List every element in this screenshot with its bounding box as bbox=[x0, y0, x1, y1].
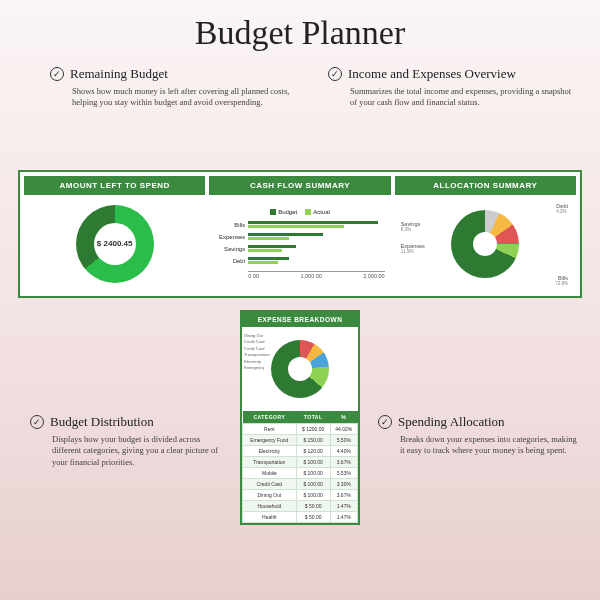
feature-distribution: ✓ Budget Distribution Displays how your … bbox=[30, 414, 230, 468]
donut-chart-icon bbox=[271, 340, 329, 398]
panel-title: AMOUNT LEFT TO SPEND bbox=[24, 176, 205, 195]
bar-row: Debt bbox=[215, 257, 384, 265]
feature-desc: Breaks down your expenses into categorie… bbox=[400, 434, 578, 457]
x-axis: 0.00 1,000.00 2,000.00 bbox=[248, 271, 384, 279]
amount-left-value: $ 2400.45 bbox=[97, 239, 133, 248]
dashboard-row: AMOUNT LEFT TO SPEND $ 2400.45 CASH FLOW… bbox=[18, 170, 582, 298]
donut-legend: Dining Out Credit Card Credit Card Trans… bbox=[244, 333, 270, 371]
check-circle-icon: ✓ bbox=[50, 67, 64, 81]
feature-heading: Remaining Budget bbox=[70, 66, 168, 82]
pie-label-debt: Debt 4.2% bbox=[556, 203, 568, 214]
bar-row: Bills bbox=[215, 221, 384, 229]
table-row: Transportation$ 100.003.67% bbox=[243, 457, 358, 468]
table-row: Credit Card$ 100.003.30% bbox=[243, 479, 358, 490]
feature-overview: ✓ Income and Expenses Overview Summarize… bbox=[328, 66, 578, 109]
col-category: CATEGORY bbox=[243, 411, 297, 424]
panel-amount-left: AMOUNT LEFT TO SPEND $ 2400.45 bbox=[24, 176, 205, 292]
legend: Budget Actual bbox=[215, 209, 384, 215]
feature-allocation: ✓ Spending Allocation Breaks down your e… bbox=[378, 414, 578, 457]
pie-label-expenses: Expenses 11.9% bbox=[401, 243, 425, 254]
panel-title: ALLOCATION SUMMARY bbox=[395, 176, 576, 195]
check-circle-icon: ✓ bbox=[30, 415, 44, 429]
col-total: TOTAL bbox=[296, 411, 330, 424]
bar-row: Expenses bbox=[215, 233, 384, 241]
table-row: Rent$ 1200.0044.02% bbox=[243, 424, 358, 435]
feature-heading: Budget Distribution bbox=[50, 414, 154, 430]
pie-label-savings: Savings 8.3% bbox=[401, 221, 421, 232]
pie-label-bills: Bills 72.8% bbox=[555, 275, 568, 286]
panel-allocation: ALLOCATION SUMMARY Debt 4.2% Savings 8.3… bbox=[395, 176, 576, 292]
page-title: Budget Planner bbox=[0, 0, 600, 62]
feature-desc: Displays how your budget is divided acro… bbox=[52, 434, 230, 468]
panel-cash-flow: CASH FLOW SUMMARY Budget Actual Bills Ex… bbox=[209, 176, 390, 292]
panel-title: CASH FLOW SUMMARY bbox=[209, 176, 390, 195]
table-row: Electricity$ 120.004.40% bbox=[243, 446, 358, 457]
expense-breakdown-card: EXPENSE BREAKDOWN Dining Out Credit Card… bbox=[240, 310, 360, 525]
breakdown-table: CATEGORY TOTAL % Rent$ 1200.0044.02%Emer… bbox=[242, 411, 358, 523]
bar-chart: Budget Actual Bills Expenses Savings Deb… bbox=[209, 205, 390, 283]
feature-desc: Summarizes the total income and expenses… bbox=[350, 86, 578, 109]
table-row: Health$ 50.001.47% bbox=[243, 512, 358, 523]
feature-desc: Shows how much money is left after cover… bbox=[72, 86, 300, 109]
feature-heading: Income and Expenses Overview bbox=[348, 66, 516, 82]
pie-chart-icon bbox=[451, 210, 519, 278]
check-circle-icon: ✓ bbox=[378, 415, 392, 429]
table-row: Mobile$ 100.003.53% bbox=[243, 468, 358, 479]
col-pct: % bbox=[330, 411, 357, 424]
legend-budget: Budget bbox=[278, 209, 297, 215]
feature-heading: Spending Allocation bbox=[398, 414, 505, 430]
table-row: Dining Out$ 100.003.67% bbox=[243, 490, 358, 501]
feature-remaining: ✓ Remaining Budget Shows how much money … bbox=[50, 66, 300, 109]
legend-actual: Actual bbox=[313, 209, 330, 215]
table-row: Household$ 50.001.47% bbox=[243, 501, 358, 512]
check-circle-icon: ✓ bbox=[328, 67, 342, 81]
table-row: Emergency Fund$ 150.005.50% bbox=[243, 435, 358, 446]
bar-row: Savings bbox=[215, 245, 384, 253]
panel-title: EXPENSE BREAKDOWN bbox=[242, 312, 358, 327]
